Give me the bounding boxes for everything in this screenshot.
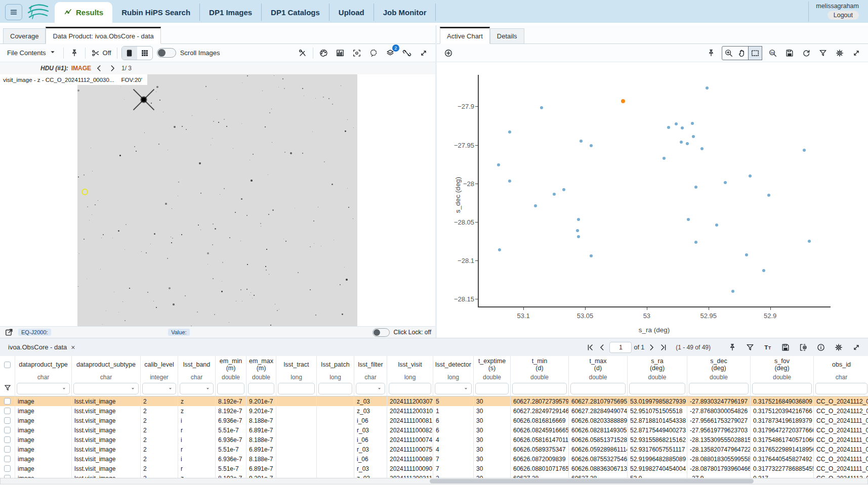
table-cell[interactable]: 0.3175120394216766 — [751, 406, 814, 416]
filter-input[interactable] — [248, 383, 274, 394]
obscore-points[interactable] — [715, 224, 718, 227]
table-cell[interactable]: 6.936e-7 — [216, 435, 246, 445]
table-cell[interactable]: lsst.visit_image — [72, 435, 141, 445]
pin-icon[interactable] — [726, 341, 739, 354]
text-columns-icon[interactable]: TT — [761, 341, 774, 354]
table-cell[interactable]: 2 — [141, 445, 178, 454]
center-focus-icon[interactable] — [350, 47, 363, 60]
obscore-points[interactable] — [667, 126, 670, 129]
obscore-points[interactable] — [576, 229, 579, 232]
table-cell[interactable]: 5.51e-7 — [216, 425, 246, 435]
column-header-dataproduct_subtype[interactable]: dataproduct_subtype — [72, 356, 141, 373]
table-cell[interactable]: 60626.087553275465 — [569, 454, 628, 464]
nav-tab-job-monitor[interactable]: Job Monitor — [374, 4, 436, 21]
obscore-points[interactable] — [692, 135, 695, 138]
column-filter-lsst_patch[interactable] — [317, 381, 354, 396]
table-cell[interactable]: r_03 — [354, 425, 387, 435]
table-cell[interactable]: 2024111200310 — [387, 406, 433, 416]
select-rect-icon[interactable] — [749, 47, 762, 60]
table-cell[interactable]: i — [178, 454, 216, 464]
last-page-icon[interactable] — [658, 342, 669, 352]
table-cell[interactable]: 6.936e-7 — [216, 454, 246, 464]
table-cell[interactable]: 30 — [474, 464, 511, 473]
table-cell[interactable]: 8.192e-7 — [216, 396, 246, 406]
table-cell[interactable]: 7 — [433, 464, 474, 473]
table-cell[interactable]: -27.89303247796197 — [687, 396, 751, 406]
table-cell[interactable]: z — [178, 396, 216, 406]
table-cell[interactable]: 52.9510751505518 — [628, 406, 687, 416]
table-cell[interactable]: 2024111100089 — [387, 454, 433, 464]
table-cell[interactable]: -27.95661753279027 — [687, 416, 751, 425]
table-cell[interactable]: 30 — [474, 445, 511, 454]
single-view-icon[interactable] — [122, 47, 137, 60]
nav-tab-dp1-images[interactable]: DP1 Images — [200, 4, 262, 21]
table-cell[interactable]: 2 — [141, 396, 178, 406]
row-checkbox[interactable] — [4, 436, 11, 443]
table-cell[interactable]: lsst.visit_image — [72, 464, 141, 473]
obscore-points[interactable] — [540, 106, 543, 109]
grid-view-icon[interactable] — [137, 47, 152, 60]
column-header-s_dec[interactable]: s_dec(deg) — [687, 356, 751, 373]
filter-input[interactable] — [752, 383, 812, 394]
filter-input[interactable] — [815, 383, 867, 394]
table-cell[interactable]: r — [178, 425, 216, 435]
expand-icon[interactable] — [417, 47, 430, 60]
table-cell[interactable]: 60627.28249729146 — [511, 406, 569, 416]
filter-select[interactable] — [356, 383, 385, 394]
row-checkbox-cell[interactable] — [0, 445, 15, 454]
logout-button[interactable]: Logout — [828, 11, 859, 20]
tab-details[interactable]: Details — [490, 28, 524, 43]
table-cell[interactable]: 52.93176057551117 — [628, 445, 687, 454]
column-header-lsst_patch[interactable]: lsst_patch — [317, 356, 354, 373]
obscore-points[interactable] — [508, 180, 511, 183]
pin-icon[interactable] — [68, 47, 81, 60]
table-cell[interactable]: CC_O_20241111_0 — [814, 435, 868, 445]
table-cell[interactable]: 60626.088010717656 — [511, 464, 569, 473]
layers-icon[interactable]: 2 — [384, 47, 397, 60]
table-cell[interactable]: 60626.0816816669 — [511, 416, 569, 425]
table-cell[interactable]: i — [178, 435, 216, 445]
table-cell[interactable]: 5.51e-7 — [216, 445, 246, 454]
zoom-in-icon[interactable] — [722, 47, 735, 60]
table-cell[interactable]: 8.192e-7 — [216, 406, 246, 416]
column-header-em_min[interactable]: em_min(m) — [216, 356, 246, 373]
table-cell[interactable]: 30 — [474, 406, 511, 416]
filter-input[interactable] — [278, 383, 315, 394]
column-filter-lsst_detector[interactable] — [433, 381, 474, 396]
obscore-points[interactable] — [663, 157, 666, 160]
table-cell[interactable]: i_06 — [354, 416, 387, 425]
table-cell[interactable]: 8.188e-7 — [246, 435, 276, 445]
table-cell[interactable]: lsst.visit_image — [72, 445, 141, 454]
row-checkbox[interactable] — [4, 408, 11, 414]
save-icon[interactable] — [783, 47, 796, 60]
table-cell[interactable]: 2024111200307 — [387, 396, 433, 406]
column-filter-lsst_visit[interactable] — [387, 381, 433, 396]
table-cell[interactable]: image — [15, 435, 72, 445]
obscore-points[interactable] — [691, 122, 694, 125]
column-filter-lsst_filter[interactable] — [354, 381, 387, 396]
table-cell[interactable] — [317, 406, 354, 416]
table-cell[interactable]: i_06 — [354, 454, 387, 464]
table-cell[interactable] — [317, 396, 354, 406]
column-filter-em_max[interactable] — [246, 381, 276, 396]
table-cell[interactable]: -28.135309555028815 — [687, 435, 751, 445]
column-header-calib_level[interactable]: calib_level — [141, 356, 178, 373]
filter-input[interactable] — [217, 383, 244, 394]
hamburger-menu-icon[interactable] — [5, 4, 22, 20]
table-cell[interactable]: -28.087801793960466 — [687, 464, 751, 473]
table-cell[interactable]: 6.891e-7 — [246, 445, 276, 454]
table-cell[interactable]: 2 — [141, 425, 178, 435]
obscore-points[interactable] — [749, 174, 752, 178]
obscore-points[interactable] — [562, 188, 565, 191]
scrollbar-thumb[interactable] — [430, 479, 754, 483]
table-cell[interactable]: 30 — [474, 425, 511, 435]
nav-tab-dp1-catalogs[interactable]: DP1 Catalogs — [262, 4, 329, 21]
plot-area[interactable] — [478, 75, 831, 307]
table-cell[interactable]: 52.91996482885089 — [628, 454, 687, 464]
table-cell[interactable]: 52.87175449400273 — [628, 425, 687, 435]
column-header-s_ra[interactable]: s_ra(deg) — [628, 356, 687, 373]
tab-data-product-ivoa-obscore-data[interactable]: Data Product: ivoa.ObsCore - data — [46, 27, 160, 44]
tab-active-chart[interactable]: Active Chart — [440, 27, 490, 44]
filter-input[interactable] — [512, 383, 567, 394]
table-cell[interactable]: 60626.082811493055 — [569, 425, 628, 435]
